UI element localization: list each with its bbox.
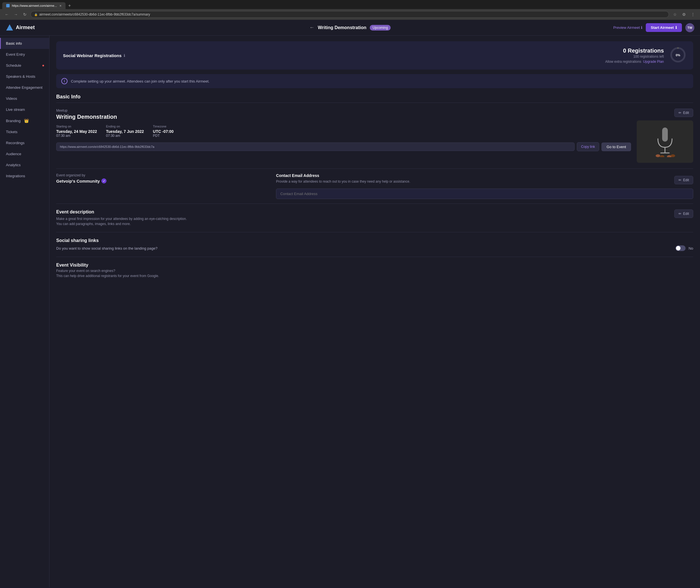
svg-point-7	[660, 155, 664, 157]
upgrade-plan-link[interactable]: Upgrade Plan	[643, 60, 664, 64]
preview-airmeet-button[interactable]: Preview Airmeet ℹ	[613, 25, 642, 30]
event-description-header: Event description Make a great first imp…	[56, 209, 693, 226]
airmeet-logo-icon	[6, 24, 14, 32]
address-bar[interactable]: 🔒 airmeet.com/airmeets/c6842530-db6d-11e…	[31, 11, 669, 18]
social-sharing-toggle[interactable]	[675, 245, 686, 251]
menu-button[interactable]: ⋮	[689, 11, 697, 18]
info-icon: i	[61, 78, 68, 84]
tab-favicon	[6, 4, 10, 7]
ending-date-group: Ending on Tuesday, 7 Jun 2022 07:30 am	[106, 125, 144, 138]
event-type: Meetup	[56, 108, 631, 112]
sidebar-item-integrations[interactable]: Integrations	[0, 170, 49, 181]
main-content: Social Webinar Registrations ℹ 0 Registr…	[49, 36, 700, 587]
main-area: Basic info Event Entry Schedule Speakers…	[0, 36, 700, 587]
event-title: Writing Demonstration	[318, 25, 366, 30]
visibility-desc: This can help drive additional registran…	[56, 274, 693, 278]
sidebar-item-tickets[interactable]: Tickets	[0, 126, 49, 137]
event-image	[637, 120, 693, 163]
top-nav-right: Preview Airmeet ℹ Start Airmeet ℹ TW	[613, 23, 694, 32]
registration-left: 100 registrations left	[605, 55, 664, 58]
browser-chrome: https://www.airmeet.com/airme... ✕ + ← →…	[0, 0, 700, 20]
event-header-center: ← Writing Demonstration Upcoming	[309, 25, 391, 31]
browser-controls: ← → ↻ 🔒 airmeet.com/airmeets/c6842530-db…	[0, 9, 700, 20]
extensions-button[interactable]: ⚙	[680, 11, 688, 18]
active-tab[interactable]: https://www.airmeet.com/airme... ✕	[2, 2, 66, 9]
event-card-right: ✏ Edit	[637, 108, 693, 163]
event-visibility-section: Event Visibility Feature your event on s…	[56, 257, 693, 283]
edit-event-button[interactable]: ✏ Edit	[674, 108, 693, 117]
edit-contact-icon: ✏	[679, 178, 681, 182]
back-button[interactable]: ←	[309, 25, 314, 31]
event-image-placeholder	[637, 120, 693, 163]
organizer-name: Getvoip's Community ✓	[56, 178, 265, 183]
address-text: airmeet.com/airmeets/c6842530-db6d-11ec-…	[39, 12, 150, 16]
social-sharing-section: Social sharing links Do you want to show…	[56, 232, 693, 257]
sidebar-item-branding[interactable]: Branding 👑	[0, 115, 49, 126]
sidebar-item-live-stream[interactable]: Live stream	[0, 104, 49, 115]
registration-title: Social Webinar Registrations	[63, 53, 121, 58]
sidebar-item-recordings[interactable]: Recordings	[0, 137, 49, 148]
progress-label: 0%	[676, 53, 680, 57]
edit-contact-email-button[interactable]: ✏ Edit	[674, 176, 693, 184]
timezone-group: Timezone UTC -07:00 PDT	[153, 125, 173, 138]
event-card-row: Meetup Writing Demonstration Starting on…	[56, 108, 693, 163]
event-dates: Starting on Tuesday, 24 May 2022 07:30 a…	[56, 125, 631, 138]
copy-link-button[interactable]: Copy link	[577, 142, 599, 151]
sidebar-item-speakers-hosts[interactable]: Speakers & Hosts	[0, 71, 49, 82]
app-logo-text: Airmeet	[16, 25, 35, 31]
contact-email-title-group: Contact Email Address Provide a way for …	[276, 173, 410, 187]
back-nav-button[interactable]: ←	[3, 11, 10, 18]
svg-point-6	[656, 154, 660, 157]
sidebar-item-schedule[interactable]: Schedule	[0, 60, 49, 71]
secure-icon: 🔒	[34, 13, 38, 16]
toggle-label: No	[688, 246, 693, 250]
goto-event-button[interactable]: Go to Event	[601, 142, 631, 151]
social-sharing-toggle-row: No	[675, 245, 693, 251]
bookmark-button[interactable]: ☆	[671, 11, 679, 18]
verified-badge: ✓	[101, 178, 106, 183]
edit-description-button[interactable]: ✏ Edit	[674, 209, 693, 218]
start-info-icon: ℹ	[675, 25, 677, 30]
organizer-info: Event organized by Getvoip's Community ✓	[56, 173, 265, 183]
app: Airmeet ← Writing Demonstration Upcoming…	[0, 20, 700, 587]
sidebar-item-basic-info[interactable]: Basic info	[0, 38, 49, 49]
sidebar-item-videos[interactable]: Videos	[0, 93, 49, 104]
registration-count: 0 Registrations	[605, 47, 664, 54]
event-description-text: Event description Make a great first imp…	[56, 209, 192, 226]
edit-desc-icon: ✏	[679, 212, 681, 216]
registration-right: 0 Registrations 100 registrations left A…	[605, 46, 686, 64]
edit-pencil-icon: ✏	[679, 111, 681, 115]
contact-email-input[interactable]	[276, 188, 693, 199]
app-logo: Airmeet	[6, 24, 35, 32]
tab-close[interactable]: ✕	[59, 4, 62, 7]
event-link-row: Copy link Go to Event	[56, 142, 631, 151]
microphone-svg	[654, 126, 676, 157]
info-message: Complete setting up your airmeet. Attend…	[71, 79, 210, 83]
event-description-section: Event description Make a great first imp…	[56, 203, 693, 232]
browser-tabs: https://www.airmeet.com/airme... ✕ +	[0, 0, 700, 9]
top-nav-left: Airmeet	[6, 24, 35, 32]
forward-nav-button[interactable]: →	[12, 11, 19, 18]
browser-actions: ☆ ⚙ ⋮	[671, 11, 697, 18]
registration-banner: Social Webinar Registrations ℹ 0 Registr…	[56, 41, 693, 70]
sidebar-item-attendee-engagement[interactable]: Attendee Engagement	[0, 82, 49, 93]
sidebar-item-analytics[interactable]: Analytics	[0, 159, 49, 170]
svg-marker-0	[6, 24, 13, 31]
starting-date-group: Starting on Tuesday, 24 May 2022 07:30 a…	[56, 125, 97, 138]
schedule-dot	[42, 65, 44, 66]
registration-title-area: Social Webinar Registrations ℹ	[63, 53, 125, 58]
contact-email-header: Contact Email Address Provide a way for …	[276, 173, 693, 187]
refresh-button[interactable]: ↻	[21, 11, 28, 18]
organizer-row: Event organized by Getvoip's Community ✓…	[56, 168, 693, 203]
sidebar-item-audience[interactable]: Audience	[0, 148, 49, 159]
new-tab-button[interactable]: +	[67, 3, 73, 9]
event-card-info: Meetup Writing Demonstration Starting on…	[56, 108, 631, 151]
tab-title: https://www.airmeet.com/airme...	[12, 4, 57, 7]
start-airmeet-button[interactable]: Start Airmeet ℹ	[646, 23, 682, 32]
event-link-input[interactable]	[56, 142, 575, 151]
registration-info-icon: ℹ	[124, 53, 125, 58]
registration-extra: Allow extra registrations Upgrade Plan	[605, 60, 664, 64]
progress-circle: 0%	[669, 46, 686, 63]
sidebar-item-event-entry[interactable]: Event Entry	[0, 49, 49, 60]
user-avatar[interactable]: TW	[685, 23, 694, 32]
